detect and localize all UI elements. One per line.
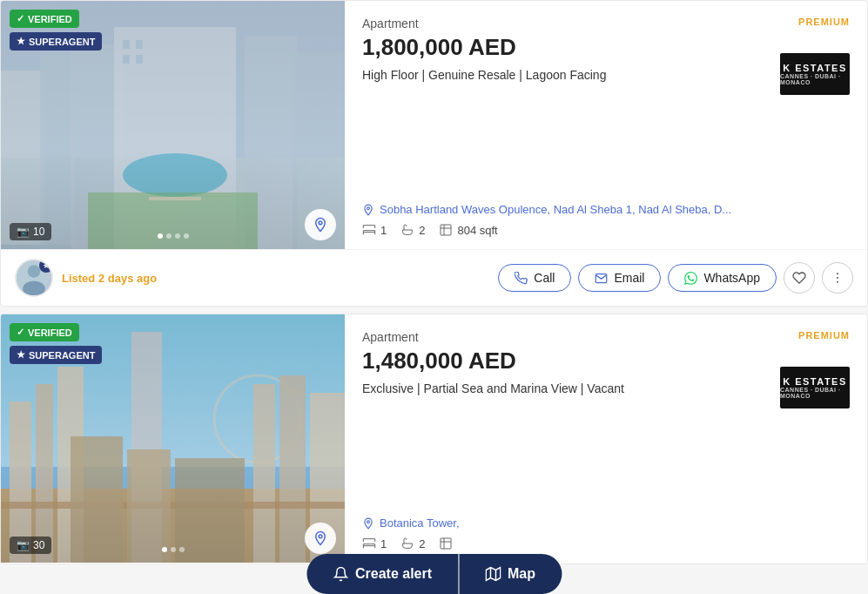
map-pin-button-2[interactable] (305, 523, 336, 554)
create-alert-button[interactable]: Create alert (306, 554, 458, 571)
superagent-small-badge-1: ★ (39, 259, 53, 273)
superagent-badge-1: ★ SUPERAGENT (10, 32, 102, 51)
more-icon-1 (831, 271, 844, 285)
star-icon-2: ★ (17, 349, 25, 361)
svg-point-20 (837, 273, 838, 274)
svg-rect-7 (123, 40, 130, 49)
svg-point-22 (837, 281, 838, 283)
svg-rect-31 (253, 384, 275, 563)
dot-3 (175, 233, 180, 239)
svg-rect-9 (123, 55, 130, 64)
premium-label-2: PREMIUM (798, 330, 850, 341)
heart-icon-1 (792, 271, 806, 285)
svg-marker-41 (486, 568, 501, 572)
verified-badge-2: ✓ VERIFIED (10, 323, 79, 341)
listing-age-1: 2 days ago (98, 272, 157, 285)
email-icon-1 (595, 272, 608, 285)
call-button-1[interactable]: Call (498, 264, 571, 292)
svg-point-14 (319, 221, 322, 225)
beds-spec-2: 1 (362, 537, 387, 550)
camera-icon-2: 📷 (17, 539, 30, 551)
svg-rect-8 (136, 40, 143, 49)
verified-badge-1: ✓ VERIFIED (10, 10, 79, 28)
listing-footer-1: ★ Listed 2 days ago Call Email (1, 249, 867, 306)
star-small-1: ★ (43, 261, 50, 270)
location-text-1: Sobha Hartland Waves Opulence, Nad Al Sh… (380, 203, 731, 216)
svg-point-21 (837, 277, 838, 279)
phone-icon-1 (515, 272, 528, 285)
area-icon-2 (439, 537, 453, 550)
area-icon-1 (439, 223, 453, 237)
listing-image-container-1: ✓ VERIFIED ★ SUPERAGENT 📷 10 (1, 1, 345, 249)
svg-point-18 (28, 265, 41, 278)
dot-4 (184, 233, 189, 239)
property-type-1: Apartment (362, 17, 850, 30)
agent-logo-sub-2: CANNES · DUBAI · MONACO (780, 387, 850, 399)
price-1: 1,800,000 AED (362, 34, 850, 61)
image-dots-1 (158, 233, 189, 239)
whatsapp-button-1[interactable]: WhatsApp (668, 264, 777, 292)
dot2-2 (171, 547, 176, 552)
svg-point-39 (367, 520, 370, 523)
bath-icon-2 (400, 537, 414, 550)
specs-row-1: 1 2 804 sqft (362, 223, 850, 237)
svg-rect-35 (71, 436, 123, 563)
description-1: High Floor | Genuine Resale | Lagoon Fac… (362, 68, 850, 82)
listing-image-container-2: ✓ VERIFIED ★ SUPERAGENT 📷 30 (1, 314, 345, 563)
dot-2 (166, 233, 172, 239)
checkmark-icon-2: ✓ (17, 327, 24, 338)
description-2: Exclusive | Partial Sea and Marina View … (362, 381, 850, 395)
agent-logo-sub-1: CANNES · DUBAI · MONACO (780, 73, 850, 85)
pin-icon-1 (313, 217, 328, 233)
location-icon-2 (362, 517, 374, 530)
pin-icon-2 (313, 530, 328, 546)
price-2: 1,480,000 AED (362, 348, 850, 375)
checkmark-icon-1: ✓ (17, 13, 24, 24)
dot-1 (158, 233, 163, 239)
svg-rect-32 (279, 375, 306, 563)
svg-rect-12 (88, 192, 258, 249)
sticky-bar: Create alert Map (306, 554, 562, 571)
svg-rect-10 (136, 55, 143, 64)
listing-card-2: ✓ VERIFIED ★ SUPERAGENT 📷 30 (0, 314, 868, 564)
svg-rect-34 (1, 502, 345, 509)
beds-spec-1: 1 (362, 223, 387, 237)
favorite-button-1[interactable] (784, 262, 815, 294)
map-icon (485, 566, 501, 571)
bed-icon-1 (362, 223, 376, 237)
agent-logo-1: K ESTATES CANNES · DUBAI · MONACO (780, 53, 850, 95)
location-text-2: Botanica Tower, (380, 516, 460, 530)
area-spec-1: 804 sqft (439, 223, 497, 237)
map-pin-button-1[interactable] (305, 209, 336, 240)
agent-logo-2: K ESTATES CANNES · DUBAI · MONACO (780, 367, 850, 408)
location-icon-1 (362, 204, 374, 216)
email-button-1[interactable]: Email (578, 264, 661, 292)
specs-row-2: 1 2 (362, 537, 850, 550)
agent-logo-main-2: K ESTATES (783, 376, 847, 387)
svg-rect-2 (40, 53, 75, 245)
listed-time-1: Listed 2 days ago (62, 272, 157, 285)
location-row-1: Sobha Hartland Waves Opulence, Nad Al Sh… (362, 203, 850, 216)
premium-label-1: PREMIUM (798, 17, 850, 27)
svg-point-38 (319, 535, 322, 538)
bed-icon-2 (362, 537, 376, 550)
dot2-3 (179, 547, 185, 552)
whatsapp-icon-1 (684, 272, 697, 285)
listing-info-2: PREMIUM Apartment 1,480,000 AED Exclusiv… (345, 314, 867, 563)
superagent-badge-2: ★ SUPERAGENT (10, 346, 102, 364)
svg-rect-16 (441, 225, 451, 235)
map-button[interactable]: Map (459, 554, 562, 571)
more-button-1[interactable] (822, 262, 853, 294)
listing-card-1: ✓ VERIFIED ★ SUPERAGENT 📷 10 (0, 0, 868, 307)
svg-point-11 (123, 153, 227, 197)
svg-rect-1 (1, 71, 44, 245)
svg-point-15 (367, 206, 370, 209)
area-spec-2 (439, 537, 457, 550)
baths-spec-1: 2 (400, 223, 425, 237)
photo-count-1: 📷 10 (10, 223, 51, 240)
image-dots-2 (162, 547, 185, 552)
badge-row-1: ✓ VERIFIED ★ SUPERAGENT (10, 10, 102, 51)
svg-rect-40 (441, 538, 451, 549)
svg-rect-37 (175, 458, 245, 563)
svg-rect-13 (149, 197, 201, 200)
